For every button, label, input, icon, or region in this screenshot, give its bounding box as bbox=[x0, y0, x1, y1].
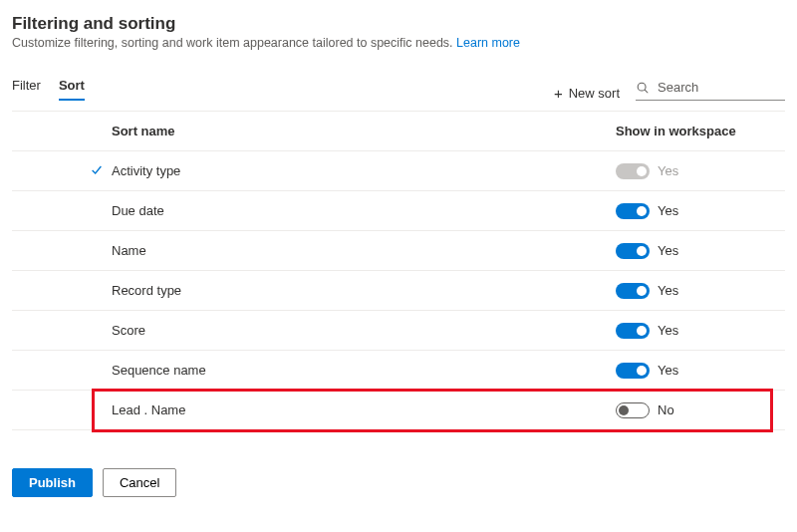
show-in-workspace-toggle[interactable] bbox=[616, 363, 650, 379]
table-row[interactable]: Due dateYes bbox=[12, 191, 785, 231]
svg-point-0 bbox=[638, 83, 646, 91]
list-header: Sort name Show in workspace bbox=[12, 112, 785, 151]
cancel-button[interactable]: Cancel bbox=[103, 468, 176, 497]
toggle-label: Yes bbox=[658, 163, 679, 178]
learn-more-link[interactable]: Learn more bbox=[456, 36, 520, 50]
sort-name: Lead . Name bbox=[90, 402, 616, 417]
check-icon bbox=[90, 162, 104, 179]
publish-button[interactable]: Publish bbox=[12, 468, 93, 497]
toggle-label: No bbox=[658, 402, 679, 417]
toggle-label: Yes bbox=[658, 203, 679, 218]
plus-icon: + bbox=[554, 86, 563, 101]
footer: Publish Cancel bbox=[12, 468, 785, 497]
show-in-workspace-toggle[interactable] bbox=[616, 323, 650, 339]
subtitle-text: Customize filtering, sorting and work it… bbox=[12, 36, 456, 50]
toggle-cell: Yes bbox=[616, 283, 745, 299]
sort-name: Record type bbox=[90, 283, 616, 298]
sort-name: Score bbox=[90, 323, 616, 338]
search-icon bbox=[636, 81, 650, 95]
new-sort-button[interactable]: + New sort bbox=[554, 86, 620, 101]
sort-name: Due date bbox=[90, 203, 616, 218]
col-show-in-workspace: Show in workspace bbox=[616, 124, 745, 138]
page-subtitle: Customize filtering, sorting and work it… bbox=[12, 36, 785, 50]
tab-sort[interactable]: Sort bbox=[59, 74, 85, 101]
show-in-workspace-toggle[interactable] bbox=[616, 402, 650, 418]
toggle-label: Yes bbox=[658, 283, 679, 298]
sort-name: Name bbox=[90, 243, 616, 258]
show-in-workspace-toggle[interactable] bbox=[616, 243, 650, 259]
sort-name: Activity type bbox=[90, 163, 616, 178]
svg-line-1 bbox=[645, 90, 648, 93]
sort-list: Sort name Show in workspace Activity typ… bbox=[12, 111, 785, 430]
tab-filter[interactable]: Filter bbox=[12, 74, 41, 101]
search-input[interactable] bbox=[656, 79, 785, 96]
sort-name: Sequence name bbox=[90, 363, 616, 378]
new-sort-label: New sort bbox=[569, 86, 620, 101]
toggle-cell: Yes bbox=[616, 243, 745, 259]
toggle-cell: Yes bbox=[616, 323, 745, 339]
page-title: Filtering and sorting bbox=[12, 14, 785, 34]
col-sort-name: Sort name bbox=[90, 124, 616, 138]
tabs: Filter Sort bbox=[12, 74, 85, 101]
table-row[interactable]: Sequence nameYes bbox=[12, 351, 785, 391]
toolbar: Filter Sort + New sort bbox=[12, 74, 785, 101]
table-row[interactable]: Lead . NameNo bbox=[12, 391, 785, 430]
search-box[interactable] bbox=[636, 77, 785, 101]
table-row[interactable]: Record typeYes bbox=[12, 271, 785, 311]
toggle-cell: Yes bbox=[616, 163, 745, 179]
toggle-label: Yes bbox=[658, 363, 679, 378]
toggle-cell: No bbox=[616, 402, 745, 418]
table-row[interactable]: ScoreYes bbox=[12, 311, 785, 351]
toggle-cell: Yes bbox=[616, 363, 745, 379]
toggle-label: Yes bbox=[658, 243, 679, 258]
toggle-label: Yes bbox=[658, 323, 679, 338]
show-in-workspace-toggle bbox=[616, 163, 650, 179]
table-row[interactable]: Activity typeYes bbox=[12, 151, 785, 191]
table-row[interactable]: NameYes bbox=[12, 231, 785, 271]
show-in-workspace-toggle[interactable] bbox=[616, 283, 650, 299]
toggle-cell: Yes bbox=[616, 203, 745, 219]
show-in-workspace-toggle[interactable] bbox=[616, 203, 650, 219]
